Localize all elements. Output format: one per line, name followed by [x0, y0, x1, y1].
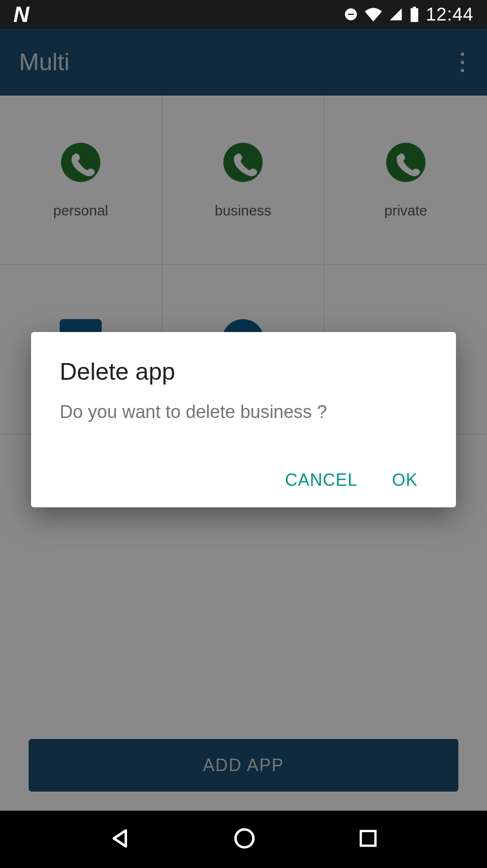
svg-point-7: [235, 829, 254, 847]
back-button[interactable]: [108, 826, 132, 852]
status-bar: N 12:44: [0, 0, 487, 29]
home-icon: [233, 826, 256, 850]
navigation-bar: [0, 811, 487, 868]
dialog-message: Do you want to delete business ?: [60, 402, 427, 422]
delete-dialog: Delete app Do you want to delete busines…: [31, 332, 456, 507]
status-time: 12:44: [426, 4, 474, 25]
dialog-actions: CANCEL OK: [60, 470, 427, 490]
dialog-title: Delete app: [60, 358, 427, 386]
home-button[interactable]: [233, 826, 256, 852]
n-logo-icon: N: [13, 1, 28, 27]
dialog-scrim[interactable]: Delete app Do you want to delete busines…: [0, 29, 487, 811]
battery-icon: [410, 7, 419, 22]
recents-icon: [357, 827, 379, 849]
ok-button[interactable]: OK: [392, 470, 418, 490]
svg-rect-2: [413, 7, 416, 8]
cancel-button[interactable]: CANCEL: [285, 470, 358, 490]
wifi-icon: [365, 7, 382, 21]
circle-status-icon: [344, 7, 358, 21]
svg-rect-1: [348, 14, 354, 15]
svg-rect-8: [361, 831, 376, 846]
svg-rect-3: [411, 8, 418, 22]
back-icon: [108, 826, 132, 850]
recents-button[interactable]: [357, 827, 379, 851]
cellular-signal-icon: [389, 7, 403, 21]
